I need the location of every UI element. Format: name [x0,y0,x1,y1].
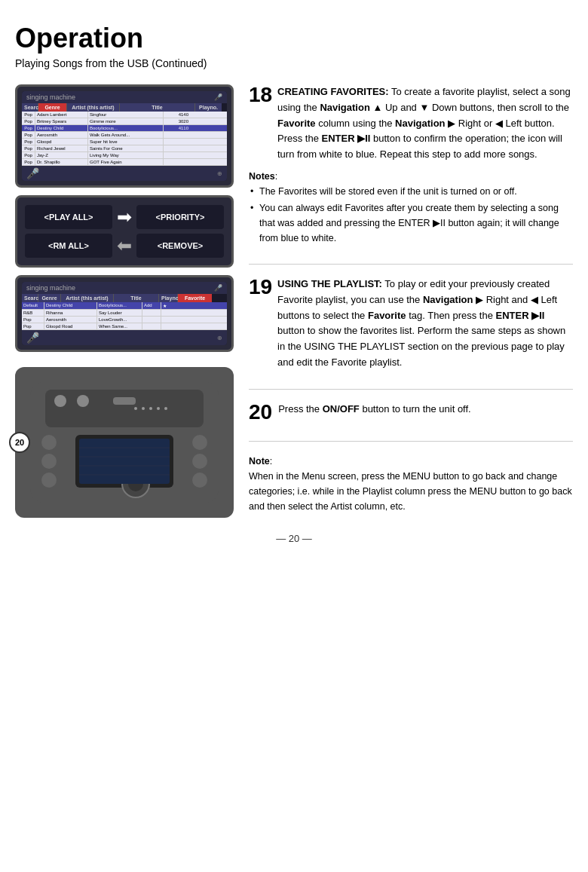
cell: Gimme more [88,118,164,124]
device-svg [15,367,234,518]
screen2-rows: Default Destiny Child Bootylicious... Ad… [22,302,227,330]
cell: Living My Way [88,152,164,158]
bottom-circle-icon: ⊕ [217,170,222,177]
final-note-title: Note [249,456,270,467]
bottom-mic-icon-2: 🎤 [26,332,39,344]
brand-label-2: singing machine [26,284,75,292]
screen-top-bar-2: singing machine 🎤 [22,282,227,294]
svg-point-12 [134,407,137,410]
col-genre-2: Genre [38,294,61,302]
cell: Singfour [88,112,164,118]
cell: Aerosmith [35,132,88,138]
cell: ★ [161,302,195,309]
screen-mockup-1: singing machine 🎤 Search Genre Artist (t… [15,84,234,188]
cell: 4140 [164,112,190,118]
cell: Dr. Shapillo [35,159,88,165]
cell: Richard Jewel [35,145,88,151]
step-19-header: 19 USING THE PLAYLIST: To play or edit y… [249,277,573,371]
cell: Add [142,302,161,309]
cell: Aerosmith [44,317,97,323]
enter-bold-1: ENTER ▶II [322,133,371,144]
priority-button[interactable]: <PRIORITY> [136,205,224,229]
nav-bold-1: Navigation [320,102,369,113]
final-note-block: Note: When in the Menu screen, press the… [249,454,573,514]
col-playno-2: Playno. [159,294,178,302]
cell: Walk Gets Around... [88,132,164,138]
step-20-badge: 20 [9,432,30,453]
cell [164,139,190,145]
cell: Jay-Z [35,152,88,158]
divider-1 [249,264,573,265]
svg-point-10 [77,395,89,407]
fav-bold-2: Favorite [368,310,406,321]
table-row: R&B Rihanna Say Louder [22,310,227,317]
cell [164,159,190,165]
cell: Pop [22,159,35,165]
svg-point-13 [142,407,145,410]
col-genre-1: Genre [38,103,67,112]
list-item: The Favorites will be stored even if the… [249,184,573,199]
svg-point-3 [41,435,57,450]
cell [161,323,195,329]
enter-bold-2: ENTER ▶II [496,310,545,321]
svg-rect-11 [113,397,136,405]
cell: Destiny Child [35,125,88,131]
final-note-body: When in the Menu screen, press the MENU … [249,471,572,512]
step-18-heading: CREATING FAVORITES: [277,86,389,97]
page-subtitle: Playing Songs from the USB (Continued) [15,57,573,69]
cell: Destiny Child [44,302,97,309]
device-wrapper: 20 [15,367,234,518]
cell: Default [22,302,44,309]
step-20-block: 20 Press the ON/OFF button to turn the u… [249,402,573,423]
step-18-notes: Notes: The Favorites will be stored even… [249,169,573,246]
screen-bottom-bar-2: 🎤 ⊕ [22,330,227,345]
cell [164,145,190,151]
arrow-right-icon: ➡ [117,207,132,228]
page-title: Operation [15,23,573,54]
step-20-text: Press the ON/OFF button to turn the unit… [278,402,471,418]
remove-button[interactable]: <REMOVE> [136,234,224,258]
table-row: Pop Gloopd Road When Same... [22,323,227,330]
left-column: singing machine 🎤 Search Genre Artist (t… [15,84,234,518]
table-row: Pop Dr. Shapillo GOT Five Again [22,159,227,166]
table-row: Pop Jay-Z Living My Way [22,152,227,159]
arrow-left-icon: ⬅ [117,235,132,256]
step-19-number: 19 [249,277,271,298]
device-image [15,367,234,518]
step-19-block: 19 USING THE PLAYLIST: To play or edit y… [249,277,573,371]
rm-all-button[interactable]: <RM ALL> [25,234,112,258]
brand-label-1: singing machine [26,93,75,101]
cell: R&B [22,310,44,316]
cell [161,310,195,316]
cell [142,317,161,323]
divider-3 [249,441,573,442]
svg-point-14 [149,407,152,410]
step-20-number: 20 [249,402,272,423]
playlist-buttons: <PLAY ALL> ➡ <PRIORITY> <RM ALL> ⬅ <REMO… [15,195,234,268]
cell: Pop [22,323,44,329]
fav-bold-1: Favorite [277,118,316,129]
svg-rect-19 [79,439,170,484]
cell: When Same... [97,323,142,329]
mic-icon-1: 🎤 [214,93,222,101]
cell: Pop [22,118,35,124]
svg-point-5 [41,473,57,488]
onoff-bold: ON/OFF [323,403,360,415]
svg-point-4 [41,454,57,469]
table-row: Pop Destiny Child Bootylicious... 4110 [22,125,227,132]
nav-bold-2: Navigation [395,118,445,129]
col-headers-2: Search Genre Artist (this artist) Title … [22,294,227,302]
cell: LoveGrowth... [97,317,142,323]
cell [164,132,190,138]
cell [161,317,195,323]
table-row: Pop Aerosmith Walk Gets Around... [22,132,227,139]
cell: GOT Five Again [88,159,164,165]
right-column: 18 CREATING FAVORITES: To create a favor… [249,84,573,518]
screen1-rows: Pop Adam Lambert Singfour 4140 Pop Britn… [22,112,227,166]
cell: Pop [22,139,35,145]
col-headers-1: Search Genre Artist (this artist) Title … [22,103,227,112]
play-all-button[interactable]: <PLAY ALL> [25,205,112,229]
cell: 4110 [164,125,190,131]
col-playno-1: Playno. [195,103,222,112]
step-19-text: USING THE PLAYLIST: To play or edit your… [277,277,573,371]
